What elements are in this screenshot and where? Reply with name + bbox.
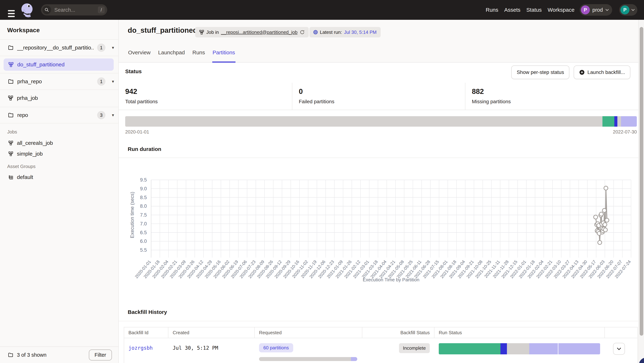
sidebar-item-prha-repo[interactable]: prha_repo 1 ▾ — [0, 73, 119, 90]
backfill-history-table: Backfill Id Created Requested Backfill S… — [124, 327, 638, 363]
sidebar-asset-group-label: default — [17, 174, 33, 180]
sidebar-item-repo[interactable]: repo 3 ▾ — [0, 107, 119, 124]
sidebar-item-label: repo — [17, 112, 28, 118]
page-scrollbar[interactable] — [638, 20, 644, 363]
nav-assets[interactable]: Assets — [504, 7, 520, 13]
col-backfill-id: Backfill Id — [124, 328, 168, 338]
partition-bar-date-range: 2020-01-01 2022-07-30 — [125, 129, 637, 135]
svg-text:7.0: 7.0 — [140, 221, 147, 226]
chevron-down-icon[interactable]: ▾ — [112, 79, 114, 84]
job-icon — [8, 62, 14, 67]
tab-launchpad[interactable]: Launchpad — [158, 44, 185, 62]
data-point[interactable] — [599, 212, 603, 216]
bar-segment — [618, 116, 621, 127]
backfill-table-header: Backfill Id Created Requested Backfill S… — [124, 328, 637, 338]
requested-range-bar — [259, 357, 357, 361]
chevron-down-icon[interactable]: ▾ — [112, 45, 114, 50]
run-status-bar[interactable] — [439, 343, 600, 354]
stat-total-partitions: 942 Total partitions — [119, 83, 292, 110]
svg-text:9.0: 9.0 — [140, 186, 147, 192]
chevron-down-icon[interactable]: ▾ — [112, 112, 114, 118]
latest-run-tag: Latest run: Jul 30, 5:14 PM — [310, 27, 381, 38]
svg-text:9.5: 9.5 — [140, 177, 147, 182]
section-divider — [119, 158, 638, 158]
sidebar-job-simple[interactable]: simple_job — [0, 148, 119, 159]
data-point[interactable] — [598, 240, 602, 244]
sidebar-asset-group-default[interactable]: default — [0, 172, 119, 182]
search-shortcut-key: / — [98, 6, 105, 13]
sidebar-item-label: __repository__do_stuff_partitio... — [17, 44, 94, 51]
data-point[interactable] — [603, 223, 607, 227]
data-point[interactable] — [604, 186, 608, 190]
scrollbar-thumb[interactable] — [640, 27, 643, 336]
nav-runs[interactable]: Runs — [486, 7, 498, 13]
stat-failed-partitions: 0 Failed partitions — [292, 83, 465, 110]
user-menu[interactable]: P — [619, 4, 637, 16]
latest-run-time-link[interactable]: Jul 30, 5:14 PM — [344, 30, 377, 35]
bar-segment — [259, 357, 351, 361]
reload-icon[interactable] — [300, 30, 305, 35]
sidebar-item-prha-job[interactable]: prha_job — [0, 90, 119, 106]
sidebar-job-all-cereals[interactable]: all_cereals_job — [0, 138, 119, 148]
svg-text:8.0: 8.0 — [140, 204, 147, 209]
sidebar-title: Workspace — [7, 26, 40, 34]
data-point[interactable] — [605, 218, 609, 222]
col-created: Created — [168, 328, 255, 338]
tab-partitions[interactable]: Partitions — [212, 44, 236, 62]
sidebar-item-do-stuff-partitioned[interactable]: do_stuff_partitioned — [4, 58, 114, 71]
bar-segment — [614, 116, 618, 127]
stat-label: Missing partitions — [472, 99, 638, 104]
top-nav-bar: Search... / Runs Assets Status Workspace… — [0, 0, 644, 20]
sidebar-item-label: prha_repo — [17, 78, 42, 84]
folder-icon — [8, 45, 14, 50]
bar-segment — [351, 357, 357, 361]
deployment-switcher[interactable]: P prod — [580, 4, 612, 16]
stat-missing-partitions: 882 Missing partitions — [465, 83, 638, 110]
launch-backfill-button[interactable]: Launch backfill... — [574, 66, 630, 79]
backfill-id-link[interactable]: jozrgsbh — [124, 338, 168, 363]
folder-icon — [8, 352, 13, 358]
deployment-avatar: P — [581, 6, 590, 14]
bar-segment — [507, 343, 529, 354]
run-duration-chart[interactable]: 5.56.06.57.07.58.08.59.09.52020-01-01202… — [119, 171, 638, 290]
status-section-title: Status — [125, 68, 142, 74]
data-point[interactable] — [602, 208, 606, 212]
data-point[interactable] — [594, 215, 598, 219]
tab-runs[interactable]: Runs — [192, 44, 206, 62]
deployment-label: prod — [592, 7, 603, 13]
col-requested: Requested — [255, 328, 362, 338]
workspace-sidebar: Workspace __repository__do_stuff_partiti… — [0, 20, 119, 363]
stat-value: 882 — [472, 88, 638, 96]
partition-stats: 942 Total partitions 0 Failed partitions… — [119, 83, 638, 110]
expand-row-button[interactable] — [613, 343, 625, 355]
partition-start-date: 2020-01-01 — [125, 129, 149, 135]
job-icon — [8, 95, 13, 101]
data-point[interactable] — [603, 228, 607, 232]
col-run-status: Run Status — [434, 328, 605, 338]
count-badge: 3 — [97, 111, 106, 119]
repository-link[interactable]: __reposi...artitioned@partitioned_job — [221, 30, 297, 35]
partition-end-date: 2022-07-30 — [613, 129, 637, 135]
svg-text:8.5: 8.5 — [140, 195, 147, 200]
bar-segment — [621, 116, 637, 127]
count-badge: 1 — [97, 77, 106, 86]
nav-workspace[interactable]: Workspace — [548, 7, 574, 13]
search-input[interactable]: Search... / — [41, 4, 107, 16]
show-per-step-status-button[interactable]: Show per-step status — [511, 66, 569, 79]
bar-segment — [439, 343, 500, 354]
user-avatar: P — [620, 6, 630, 14]
count-badge: 1 — [97, 44, 106, 52]
svg-text:6.5: 6.5 — [140, 230, 147, 235]
top-nav-links: Runs Assets Status Workspace — [486, 0, 574, 20]
page-title: do_stuff_partitioned — [128, 26, 197, 34]
tab-overview[interactable]: Overview — [128, 44, 151, 62]
sidebar-item-repository-do-stuff[interactable]: __repository__do_stuff_partitio... 1 ▾ — [0, 39, 119, 56]
partition-status-bar[interactable] — [125, 116, 637, 127]
bar-segment — [125, 116, 602, 127]
stat-value: 942 — [125, 88, 292, 96]
dagster-logo-icon[interactable] — [20, 3, 34, 18]
requested-partitions-pill[interactable]: 60 partitions — [259, 343, 293, 352]
filter-button[interactable]: Filter — [89, 350, 112, 360]
hamburger-menu-icon[interactable] — [8, 10, 15, 19]
nav-status[interactable]: Status — [526, 7, 542, 13]
